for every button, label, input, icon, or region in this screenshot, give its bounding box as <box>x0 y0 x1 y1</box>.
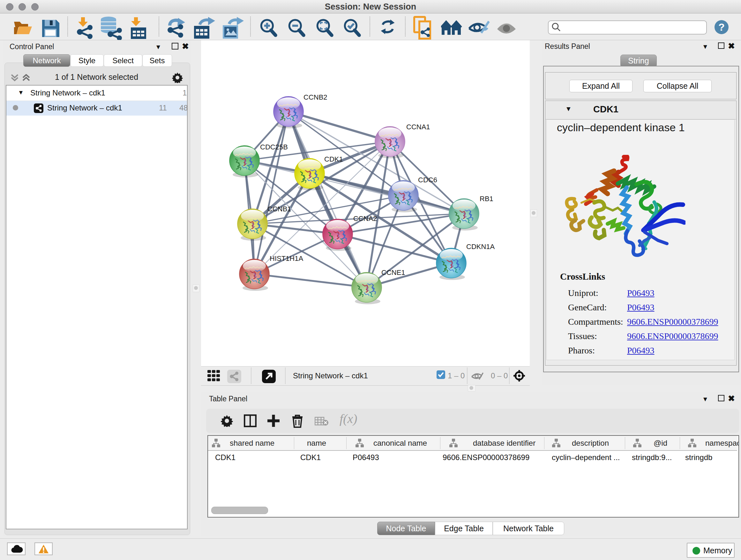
svg-text:CDKN1A: CDKN1A <box>466 243 495 251</box>
svg-text:HIST1H1A: HIST1H1A <box>270 254 303 262</box>
svg-text:CCNA1: CCNA1 <box>406 123 430 131</box>
svg-text:CDK1: CDK1 <box>324 155 343 163</box>
svg-text:CDC25B: CDC25B <box>260 143 288 151</box>
svg-text:CDC6: CDC6 <box>418 176 437 184</box>
svg-text:CCNB1: CCNB1 <box>267 205 291 213</box>
svg-text:RB1: RB1 <box>480 195 493 203</box>
svg-text:CCNB2: CCNB2 <box>304 93 327 101</box>
svg-text:CCNA2: CCNA2 <box>353 214 377 223</box>
svg-text:CCNE1: CCNE1 <box>381 268 405 276</box>
svg-text:?: ? <box>718 21 725 33</box>
